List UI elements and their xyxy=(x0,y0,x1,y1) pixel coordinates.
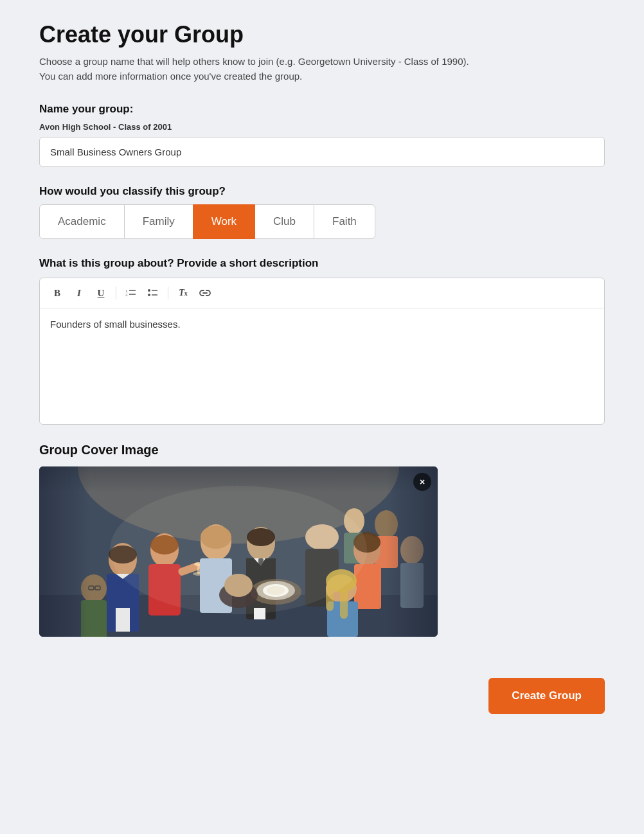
svg-marker-27 xyxy=(107,574,123,608)
page-title: Create your Group xyxy=(39,21,605,48)
italic-button[interactable]: I xyxy=(69,283,89,303)
editor-toolbar: B I U 1. 2. xyxy=(40,278,604,308)
name-hint: Avon High School - Class of 2001 xyxy=(39,122,605,132)
toolbar-divider-1 xyxy=(116,287,116,299)
classify-btn-academic[interactable]: Academic xyxy=(39,204,125,239)
cover-image-container: × xyxy=(39,466,438,637)
description-label: What is this group about? Provide a shor… xyxy=(39,257,605,270)
name-section-label: Name your group: xyxy=(39,103,605,116)
classify-label: How would you classify this group? xyxy=(39,185,605,198)
classify-btn-faith[interactable]: Faith xyxy=(314,204,375,239)
clear-format-button[interactable]: Tx xyxy=(174,283,193,303)
classify-btn-family[interactable]: Family xyxy=(124,204,193,239)
description-section: What is this group about? Provide a shor… xyxy=(39,257,605,425)
svg-point-63 xyxy=(110,486,367,614)
subtitle-line1: Choose a group name that will help other… xyxy=(39,56,469,67)
ordered-list-button[interactable]: 1. 2. xyxy=(121,283,141,303)
svg-point-4 xyxy=(148,289,150,292)
link-icon xyxy=(199,288,211,297)
cover-image-svg xyxy=(39,466,438,637)
unordered-list-button[interactable] xyxy=(143,283,163,303)
classify-btn-club[interactable]: Club xyxy=(255,204,314,239)
subtitle-line2: You can add more information once you've… xyxy=(39,71,302,82)
remove-image-button[interactable]: × xyxy=(413,473,431,491)
name-section: Name your group: Avon High School - Clas… xyxy=(39,103,605,167)
page-container: Create your Group Choose a group name th… xyxy=(13,0,631,834)
create-group-button[interactable]: Create Group xyxy=(488,678,605,714)
svg-point-6 xyxy=(148,294,150,296)
svg-rect-66 xyxy=(39,466,438,492)
unordered-list-icon xyxy=(147,288,159,298)
svg-rect-54 xyxy=(340,590,348,619)
toolbar-divider-2 xyxy=(168,287,168,299)
rich-editor: B I U 1. 2. xyxy=(39,278,605,425)
classify-buttons-group: Academic Family Work Club Faith xyxy=(39,204,605,239)
page-subtitle: Choose a group name that will help other… xyxy=(39,55,605,84)
cover-image xyxy=(39,466,438,637)
underline-button[interactable]: U xyxy=(91,283,111,303)
footer-row: Create Group xyxy=(39,665,605,714)
bold-button[interactable]: B xyxy=(48,283,67,303)
classify-btn-work[interactable]: Work xyxy=(193,204,255,239)
svg-text:2.: 2. xyxy=(125,293,129,297)
group-name-input[interactable] xyxy=(39,137,605,167)
ordered-list-icon: 1. 2. xyxy=(125,288,137,298)
link-button[interactable] xyxy=(195,283,215,303)
cover-image-label: Group Cover Image xyxy=(39,443,605,457)
description-editor[interactable]: Founders of small businesses. xyxy=(40,308,604,424)
cover-image-section: Group Cover Image xyxy=(39,443,605,639)
classify-section: How would you classify this group? Acade… xyxy=(39,185,605,239)
